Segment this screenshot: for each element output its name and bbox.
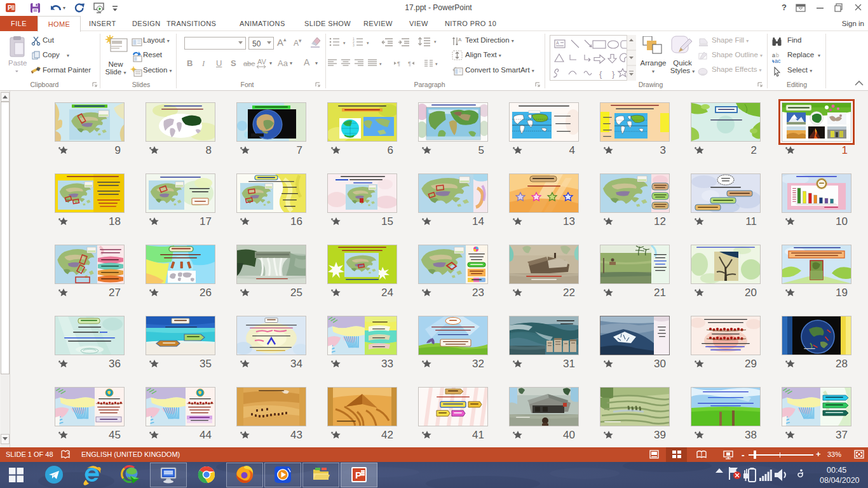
- svg-text:A: A: [556, 41, 559, 45]
- svg-text:▾: ▾: [379, 62, 382, 66]
- svg-text:▾: ▾: [435, 62, 438, 66]
- svg-text:}: }: [612, 69, 615, 79]
- svg-text:▾: ▾: [367, 41, 369, 45]
- svg-text:08/04/2020: 08/04/2020: [820, 476, 860, 485]
- svg-text:P: P: [8, 4, 12, 11]
- svg-text:▾: ▾: [434, 39, 437, 44]
- svg-text:A: A: [458, 37, 462, 43]
- svg-text:P: P: [355, 470, 362, 480]
- svg-text:▾: ▾: [343, 41, 346, 45]
- svg-text:▾: ▾: [63, 5, 65, 11]
- svg-text:3: 3: [353, 43, 355, 47]
- svg-text:¶: ¶: [397, 60, 400, 67]
- svg-text:ac: ac: [775, 58, 781, 64]
- svg-text:¶: ¶: [408, 60, 411, 67]
- svg-text:{: {: [599, 69, 602, 79]
- svg-text:00:45: 00:45: [827, 466, 846, 475]
